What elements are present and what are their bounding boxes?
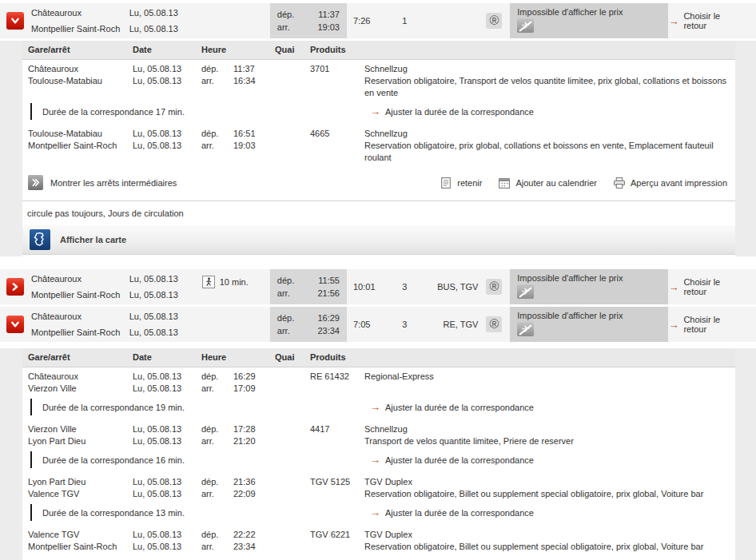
leg-to-date: Lu, 05.08.13 — [133, 75, 201, 87]
changes-count: 1 — [390, 13, 420, 29]
leg-attributes: Reservation obligatoire, Billet ou suppl… — [364, 488, 729, 500]
walk-info — [202, 307, 270, 312]
leg-from-date: Lu, 05.08.13 — [133, 371, 201, 383]
price-unavailable-text: Impossible d'afficher le prix — [517, 311, 661, 320]
time-box: dép.16:29 arr.23:34 — [270, 307, 347, 342]
choose-return-link[interactable]: Choisir le retour — [668, 11, 748, 30]
section-spacer — [0, 256, 756, 269]
walk-info — [202, 3, 270, 8]
detail-table-header: Gare/arrêt Date Heure Quai Produits — [22, 348, 735, 367]
journey-stations: Châteauroux Montpellier Saint-Roch — [31, 5, 129, 37]
arrival-label: arr. — [277, 288, 290, 298]
leg-train-number: 4417 — [310, 423, 364, 447]
journey-dates: Lu, 05.08.13 Lu, 05.08.13 — [129, 5, 202, 37]
leg-row: ChâteaurouxVierzon Ville Lu, 05.08.13Lu,… — [22, 367, 735, 397]
destination-station: Montpellier Saint-Roch — [31, 324, 129, 340]
header-attrs — [364, 44, 735, 56]
leg-platform — [275, 128, 310, 164]
show-intermediate-stops-button[interactable]: Montrer les arrêts intermédiaires — [28, 175, 177, 190]
hold-button[interactable]: retenir — [440, 177, 482, 189]
leg-from-date: Lu, 05.08.13 — [133, 423, 201, 435]
adjust-connection-link[interactable]: Ajuster la durée de la correspondance — [370, 455, 534, 465]
detail-table-header: Gare/arrêt Date Heure Quai Produits — [22, 41, 735, 60]
show-map-bar[interactable]: Afficher la carte — [22, 225, 735, 255]
leg-to-date: Lu, 05.08.13 — [133, 541, 201, 553]
detail-section-2: Gare/arrêt Date Heure Quai Produits Chât… — [0, 348, 756, 560]
arrival-label: arr. — [277, 326, 290, 336]
header-attrs — [364, 351, 735, 363]
header-time: Heure — [201, 44, 275, 56]
leg-to-date: Lu, 05.08.13 — [133, 383, 201, 395]
detail-section-1-inner: Gare/arrêt Date Heure Quai Produits Chât… — [22, 41, 735, 256]
add-calendar-label: Ajouter au calendrier — [515, 178, 597, 188]
destination-station: Montpellier Saint-Roch — [31, 287, 129, 303]
leg-to: Vierzon Ville — [28, 383, 133, 395]
card-footer: Montrer les arrêts intermédiaires reteni… — [22, 166, 735, 201]
arrow-icon — [370, 507, 385, 518]
journey-actions: retenir Ajouter au calendrier Aperçu ava… — [440, 177, 727, 189]
header-platform: Quai — [275, 44, 310, 56]
adjust-connection-link[interactable]: Ajuster la durée de la correspondance — [370, 106, 534, 117]
arr-label: arr. — [201, 541, 233, 553]
expand-journey-button[interactable] — [6, 278, 24, 296]
origin-station: Châteauroux — [31, 308, 129, 324]
price-unavailable-text: Impossible d'afficher le prix — [517, 273, 661, 283]
arrival-time: 23:34 — [317, 326, 340, 336]
leg-platform — [275, 63, 310, 99]
leg-to-date: Lu, 05.08.13 — [133, 488, 201, 500]
arr-label: arr. — [201, 488, 233, 500]
connection-duration: Durée de la correspondance 13 min. — [30, 504, 185, 521]
arrival-label: arr. — [277, 22, 290, 32]
leg-platform — [275, 371, 310, 395]
leg-dep-time: 16:29 — [233, 371, 275, 383]
header-station: Gare/arrêt — [22, 44, 133, 56]
choose-return-link[interactable]: Choisir le retour — [668, 315, 748, 334]
leg-train-number: RE 61432 — [310, 371, 364, 395]
map-icon — [30, 229, 50, 250]
leg-attributes: Reservation obligatoire, Transport de ve… — [364, 75, 729, 99]
no-flight-icon — [517, 284, 534, 299]
duration: 7:26 — [347, 13, 390, 29]
changes-count: 3 — [390, 316, 420, 332]
leg-train-number: TGV 5125 — [310, 476, 364, 500]
origin-date: Lu, 05.08.13 — [129, 271, 202, 287]
leg-train-number: TGV 6221 — [310, 529, 364, 553]
leg-arr-time: 22:09 — [233, 488, 275, 500]
leg-dep-time: 17:28 — [233, 423, 275, 435]
collapse-journey-button[interactable] — [6, 12, 24, 30]
journey-stations: Châteauroux Montpellier Saint-Roch — [31, 308, 129, 340]
leg-arr-time: 23:34 — [233, 541, 275, 553]
arrow-icon — [668, 282, 683, 292]
collapse-journey-button[interactable] — [6, 316, 24, 333]
leg-train-type: Schnellzug — [364, 63, 729, 75]
arr-label: arr. — [201, 75, 233, 87]
detail-section-1: Gare/arrêt Date Heure Quai Produits Chât… — [0, 41, 756, 256]
leg-platform — [275, 529, 310, 553]
adjust-connection-link[interactable]: Ajuster la durée de la correspondance — [370, 507, 534, 518]
leg-arr-time: 19:03 — [233, 140, 275, 152]
leg-row: Lyon Part DieuValence TGV Lu, 05.08.13Lu… — [22, 473, 735, 502]
walk-duration: 10 min. — [220, 274, 249, 290]
connection-row: Durée de la correspondance 19 min. Ajust… — [22, 397, 735, 420]
leg-attributes: Transport de velos quantite limitee, Pri… — [364, 435, 729, 447]
adjust-connection-link[interactable]: Ajuster la durée de la correspondance — [370, 402, 534, 412]
arr-label: arr. — [201, 383, 233, 395]
no-flight-icon — [517, 322, 534, 336]
print-preview-button[interactable]: Aperçu avant impression — [613, 177, 727, 189]
leg-dep-time: 22:22 — [233, 529, 275, 541]
duration: 10:01 — [347, 279, 390, 295]
leg-platform — [275, 423, 310, 447]
choose-return-link[interactable]: Choisir le retour — [668, 277, 748, 296]
connection-duration: Durée de la correspondance 17 min. — [30, 103, 185, 120]
leg-from: Vierzon Ville — [28, 423, 133, 435]
choose-return-label: Choisir le retour — [683, 277, 745, 296]
departure-time: 11:37 — [318, 10, 340, 19]
adjust-label: Ajuster la durée de la correspondance — [385, 508, 534, 518]
hold-label: retenir — [457, 178, 482, 188]
add-to-calendar-button[interactable]: Ajouter au calendrier — [498, 177, 597, 189]
price-unavailable-text: Impossible d'afficher le prix — [517, 7, 661, 17]
pedestrian-icon — [202, 276, 215, 288]
departure-label: dép. — [277, 10, 294, 19]
leg-to: Toulouse-Matabiau — [28, 75, 133, 87]
leg-to: Lyon Part Dieu — [28, 435, 133, 447]
